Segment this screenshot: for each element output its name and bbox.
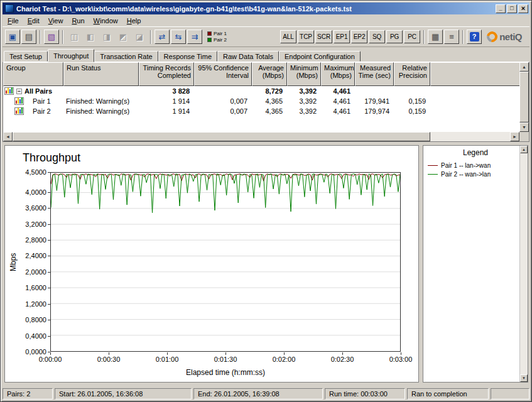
tab-raw-data-totals[interactable]: Raw Data Totals bbox=[217, 51, 279, 62]
column-header-line: Completed bbox=[142, 72, 191, 79]
view-button-tcp[interactable]: TCP bbox=[298, 30, 314, 43]
table-vertical-scrollbar[interactable]: ▲ ▼ bbox=[519, 62, 529, 132]
y-tick-mark bbox=[48, 240, 50, 241]
column-header-status[interactable]: Run Status bbox=[63, 62, 139, 86]
print-button[interactable]: ▤ bbox=[21, 30, 36, 44]
cell-time: 179,941 bbox=[355, 97, 394, 105]
cell-avg: 4,365 bbox=[252, 107, 287, 115]
column-header-line: Timing Records bbox=[142, 64, 191, 72]
column-header-max[interactable]: Maximum(Mbps) bbox=[321, 62, 355, 86]
scroll-up-icon[interactable]: ▲ bbox=[519, 62, 529, 72]
connect-endpoints-button[interactable]: ⇆ bbox=[171, 30, 186, 44]
x-tick-label: 0:03:00 bbox=[382, 356, 420, 363]
menu-view[interactable]: View bbox=[44, 16, 68, 26]
swap-endpoints-button[interactable]: ⇄ bbox=[155, 30, 170, 44]
y-tick-mark bbox=[48, 224, 50, 225]
tab-response-time[interactable]: Response Time bbox=[158, 51, 217, 62]
vertical-scroll-thumb[interactable] bbox=[519, 72, 529, 122]
edit-run-options-button[interactable]: ▧ bbox=[44, 30, 59, 44]
column-header-min[interactable]: Minimum(Mbps) bbox=[287, 62, 321, 86]
column-header-time[interactable]: MeasuredTime (sec) bbox=[355, 62, 394, 86]
x-tick-label: 0:02:00 bbox=[265, 356, 303, 363]
help-icon: ? bbox=[470, 32, 479, 41]
cell-status: Finished: Warning(s) bbox=[63, 97, 139, 105]
close-button[interactable]: × bbox=[518, 4, 528, 13]
cell-prec: 0,159 bbox=[394, 97, 430, 105]
view-button-sq[interactable]: SQ bbox=[369, 30, 385, 43]
column-header-prec[interactable]: RelativePrecision bbox=[394, 62, 430, 86]
legend-scrollbar[interactable]: ▲ ▼ bbox=[519, 146, 528, 382]
menu-file[interactable]: File bbox=[3, 16, 23, 26]
y-tick-label: 0,0000 bbox=[8, 348, 46, 356]
tab-throughput[interactable]: Throughput bbox=[48, 49, 94, 62]
menu-help[interactable]: Help bbox=[122, 16, 146, 26]
edit-run-options-icon: ▧ bbox=[48, 32, 55, 41]
menu-window[interactable]: Window bbox=[89, 16, 122, 26]
pair-filter-pair-2[interactable]: Pair 2 bbox=[207, 38, 227, 43]
column-header-line: Average bbox=[255, 64, 284, 72]
print-icon: ▤ bbox=[25, 32, 33, 41]
view-button-scr[interactable]: SCR bbox=[315, 30, 332, 43]
column-header-avg[interactable]: Average(Mbps) bbox=[252, 62, 287, 86]
y-tick-mark bbox=[48, 304, 50, 305]
paste-pair-icon: ◩ bbox=[119, 32, 127, 41]
window-controls: _□× bbox=[496, 4, 528, 13]
table-horizontal-scrollbar[interactable]: ◄ ► bbox=[3, 132, 519, 141]
table-row-all-pairs[interactable]: −All Pairs3 8288,7293,3924,461 bbox=[3, 86, 519, 96]
tab-test-setup[interactable]: Test Setup bbox=[4, 51, 48, 62]
y-tick-mark bbox=[48, 192, 50, 193]
save-button[interactable]: ▣ bbox=[5, 30, 20, 44]
replicate-pair-icon: ⇉ bbox=[192, 32, 198, 41]
horizontal-scroll-thumb[interactable] bbox=[13, 132, 430, 141]
status-panel-2: Start: 26.01.2005, 16:36:08 bbox=[55, 388, 192, 399]
replicate-pair-button[interactable]: ⇉ bbox=[187, 30, 202, 44]
add-pair-icon: ◫ bbox=[70, 32, 78, 41]
horizontal-scroll-track[interactable] bbox=[13, 132, 510, 141]
cell-time: 179,974 bbox=[355, 107, 394, 115]
scroll-left-icon[interactable]: ◄ bbox=[3, 132, 13, 141]
legend-scroll-down-icon[interactable]: ▼ bbox=[520, 374, 528, 382]
pair-name: Pair 1 bbox=[33, 97, 51, 105]
table-row-pair-2[interactable]: Pair 2Finished: Warning(s)1 9140,0074,36… bbox=[3, 106, 519, 116]
help-button[interactable]: ? bbox=[467, 30, 482, 44]
y-tick-mark bbox=[48, 336, 50, 337]
y-tick-label: 3,2000 bbox=[8, 220, 46, 228]
view-button-pc[interactable]: PC bbox=[404, 30, 420, 43]
scroll-right-icon[interactable]: ► bbox=[510, 132, 519, 141]
collapse-icon[interactable]: − bbox=[16, 89, 22, 94]
table-row-pair-1[interactable]: Pair 1Finished: Warning(s)1 9140,0074,36… bbox=[3, 96, 519, 106]
chart-window-button[interactable]: ▦ bbox=[428, 30, 443, 44]
legend-scroll-up-icon[interactable]: ▲ bbox=[520, 146, 528, 153]
swap-endpoints-icon: ⇄ bbox=[159, 32, 166, 41]
view-button-pg[interactable]: PG bbox=[386, 30, 403, 43]
menu-run[interactable]: Run bbox=[67, 16, 89, 26]
cell-records: 1 914 bbox=[139, 97, 194, 105]
paste-pair-button: ◩ bbox=[116, 30, 131, 44]
scroll-down-icon[interactable]: ▼ bbox=[519, 122, 529, 132]
status-panel-3: End: 26.01.2005, 16:39:08 bbox=[193, 388, 323, 399]
pair-filter-block: Pair 1Pair 2 bbox=[207, 31, 227, 43]
menu-edit[interactable]: Edit bbox=[23, 16, 44, 26]
column-header-group[interactable]: Group bbox=[3, 62, 63, 86]
legend-item-pair-1: Pair 1 -- lan->wan bbox=[428, 161, 518, 170]
window-title: Chariot Test - D:\_work\ixbt\comm\data\w… bbox=[16, 5, 493, 13]
copy-pair-button: ◨ bbox=[99, 30, 114, 44]
column-header-ci[interactable]: 95% ConfidenceInterval bbox=[194, 62, 252, 86]
view-button-ep1[interactable]: EP1 bbox=[334, 30, 350, 43]
legend-line-swatch bbox=[428, 174, 438, 175]
tab-endpoint-configuration[interactable]: Endpoint Configuration bbox=[279, 51, 361, 62]
x-axis-label: Elapsed time (h:mm:ss) bbox=[50, 368, 401, 377]
y-tick-label: 4,5000 bbox=[8, 168, 46, 176]
minimize-button[interactable]: _ bbox=[496, 4, 506, 13]
maximize-button[interactable]: □ bbox=[507, 4, 517, 13]
view-button-all[interactable]: ALL bbox=[280, 30, 296, 43]
pair-swatch-icon bbox=[207, 38, 212, 42]
pair-filter-pair-1[interactable]: Pair 1 bbox=[207, 31, 227, 36]
report-view-button[interactable]: ≡ bbox=[444, 30, 459, 44]
toolbar-separator bbox=[62, 30, 63, 44]
cell-prec: 0,159 bbox=[394, 107, 430, 115]
view-button-ep2[interactable]: EP2 bbox=[351, 30, 367, 43]
column-header-records[interactable]: Timing RecordsCompleted bbox=[139, 62, 194, 86]
column-header-line: Group bbox=[6, 64, 60, 72]
tab-transaction-rate[interactable]: Transaction Rate bbox=[94, 51, 158, 62]
